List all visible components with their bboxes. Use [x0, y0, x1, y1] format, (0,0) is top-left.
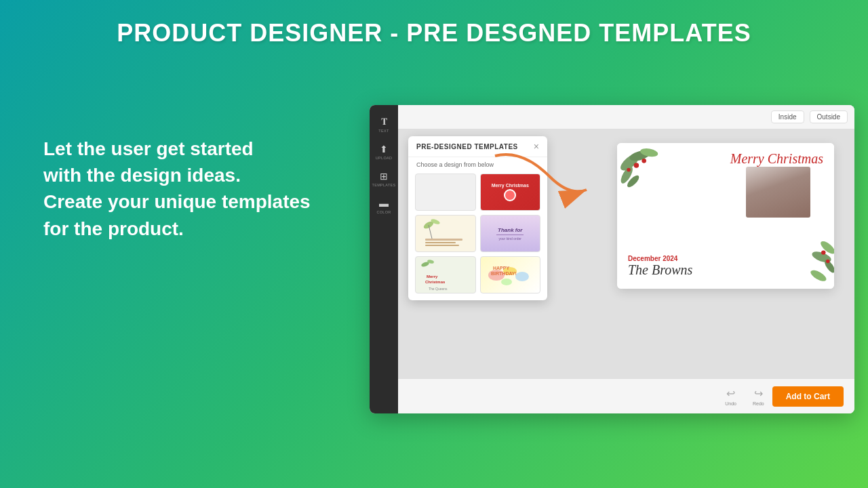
panel-title: PRE-DESIGNED TEMPLATES	[416, 143, 518, 150]
panel-header: PRE-DESIGNED TEMPLATES ×	[408, 136, 547, 157]
tool-upload[interactable]: ⬆ UPLOAD	[370, 140, 398, 164]
thankyou-text: Thank for	[496, 227, 524, 233]
preview-card: Merry Christmas	[617, 143, 834, 289]
template-thumb-thankyou[interactable]: Thank for your kind order	[480, 215, 541, 252]
panel-subtitle: Choose a design from below	[408, 157, 547, 174]
svg-point-30	[821, 250, 825, 254]
undo-label: Undo	[725, 401, 736, 406]
thankyou-content: Thank for your kind order	[494, 224, 526, 243]
svg-point-29	[809, 268, 828, 284]
template-thumb-birthday[interactable]: HAPPY BIRTHDAY!	[480, 256, 541, 293]
santa-decoration	[504, 189, 516, 201]
tool-text[interactable]: 𝐓 TEXT	[370, 112, 398, 137]
svg-rect-6	[425, 245, 459, 246]
card-photo	[746, 167, 810, 218]
template-grid: Merry Christmas	[408, 174, 547, 293]
svg-text:HAPPY: HAPPY	[493, 266, 509, 270]
add-to-cart-button[interactable]: Add to Cart	[772, 386, 844, 407]
templates-icon: ⊞	[380, 171, 388, 182]
svg-rect-5	[425, 242, 456, 243]
svg-point-15	[501, 279, 512, 285]
svg-text:Christmas: Christmas	[425, 280, 446, 284]
template-thumb-floral[interactable]	[415, 215, 476, 252]
redo-label: Redo	[753, 401, 764, 406]
left-text-block: Let the user get started with the design…	[43, 136, 355, 242]
tool-templates[interactable]: ⊞ TEMPLATES	[370, 167, 398, 191]
undo-button[interactable]: ↩ Undo	[725, 387, 736, 406]
tool-color[interactable]: ▬ COLOR	[370, 194, 398, 218]
svg-point-24	[642, 159, 646, 163]
bottom-bar: ↩ Undo ↪ Redo Add to Cart	[398, 378, 854, 413]
floral-svg	[418, 215, 473, 252]
svg-point-23	[634, 163, 639, 168]
app-window: 𝐓 TEXT ⬆ UPLOAD ⊞ TEMPLATES ▬ COLOR Insi…	[370, 105, 854, 413]
leaf-decoration-bottomright	[793, 235, 834, 289]
xmas2-svg: Merry Christmas The Queens	[418, 256, 473, 293]
template-thumb-xmas[interactable]: Merry Christmas	[480, 174, 541, 211]
svg-rect-4	[425, 239, 462, 241]
text-icon: 𝐓	[381, 116, 387, 127]
toolbar: 𝐓 TEXT ⬆ UPLOAD ⊞ TEMPLATES ▬ COLOR	[370, 105, 398, 413]
color-tool-label: COLOR	[376, 210, 391, 214]
svg-point-31	[826, 260, 830, 264]
svg-text:BIRTHDAY!: BIRTHDAY!	[491, 271, 517, 276]
undo-icon: ↩	[726, 387, 735, 400]
card-date: December 2024	[628, 255, 677, 262]
svg-text:Merry: Merry	[427, 274, 438, 279]
svg-text:The Queens: The Queens	[429, 287, 448, 291]
leaf-decoration-topleft	[617, 143, 675, 197]
xmas-label: Merry Christmas	[492, 183, 529, 188]
template-thumb-xmas2[interactable]: Merry Christmas The Queens	[415, 256, 476, 293]
left-text-line3: Create your unique templates	[43, 191, 311, 212]
template-thumb-blank[interactable]	[415, 174, 476, 211]
thankyou-subtext: your kind order	[496, 237, 524, 241]
family-photo	[746, 167, 810, 218]
left-text-line1: Let the user get started	[43, 138, 254, 159]
close-panel-button[interactable]: ×	[534, 142, 539, 151]
canvas-area: PRE-DESIGNED TEMPLATES × Choose a design…	[398, 129, 854, 378]
upload-icon: ⬆	[380, 144, 388, 155]
top-bar: Inside Outside	[398, 105, 854, 129]
card-family-name: The Browns	[628, 262, 692, 278]
xmas-thumb-content: Merry Christmas	[481, 174, 540, 210]
page-title: PRODUCT DESIGNER - PRE DESGNED TEMPLATES	[0, 0, 868, 47]
left-text-line2: with the design ideas.	[43, 165, 241, 186]
inside-button[interactable]: Inside	[771, 110, 804, 123]
main-content: Inside Outside PRE-DESIGNED TEMPLATES × …	[398, 105, 854, 413]
birthday-svg: HAPPY BIRTHDAY!	[483, 256, 537, 293]
redo-icon: ↪	[754, 387, 763, 400]
svg-point-25	[627, 168, 631, 172]
upload-tool-label: UPLOAD	[376, 156, 392, 160]
template-panel: PRE-DESIGNED TEMPLATES × Choose a design…	[408, 136, 547, 300]
color-icon: ▬	[379, 198, 389, 209]
templates-tool-label: TEMPLATES	[372, 183, 396, 187]
christmas-card-content: Merry Christmas	[617, 143, 834, 289]
card-title: Merry Christmas	[730, 151, 823, 167]
thankyou-divider	[496, 235, 524, 235]
redo-button[interactable]: ↪ Redo	[753, 387, 764, 406]
left-text-line4: for the product.	[43, 218, 184, 239]
text-tool-label: TEXT	[378, 129, 389, 133]
outside-button[interactable]: Outside	[810, 110, 848, 123]
undo-redo-group: ↩ Undo ↪ Redo	[725, 387, 764, 406]
svg-point-14	[515, 272, 529, 281]
